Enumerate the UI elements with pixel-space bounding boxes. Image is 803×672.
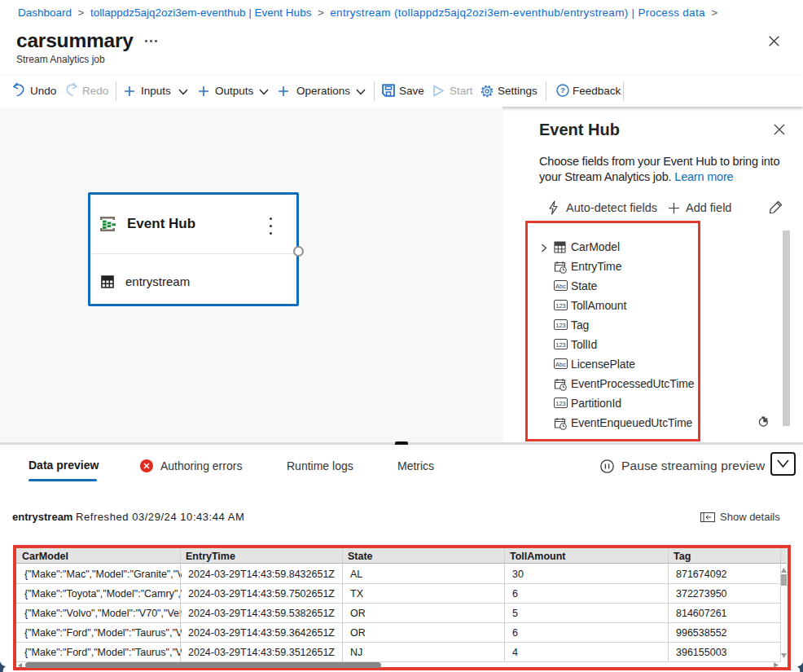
svg-text:?: ? xyxy=(560,86,565,94)
